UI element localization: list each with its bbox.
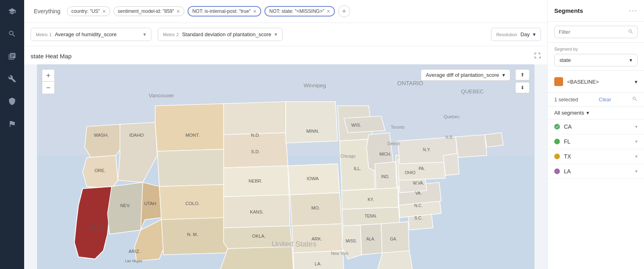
svg-text:VA.: VA.	[415, 191, 422, 195]
map-metric-chevron-icon: ▾	[502, 72, 505, 78]
svg-text:N. M.: N. M.	[187, 232, 198, 237]
svg-text:ORE.: ORE.	[95, 168, 106, 173]
filter-tag-not-state[interactable]: NOT: state: "<MISSING>" ×	[264, 6, 335, 16]
segments-panel: Segments ··· Segment by state ▾ <BASELIN…	[547, 0, 644, 269]
segment-item-ca[interactable]: CA ▾	[548, 119, 644, 134]
filter-tag-country-close[interactable]: ×	[102, 8, 105, 14]
svg-text:MICH.: MICH.	[380, 152, 391, 156]
segment-by-value: state	[559, 57, 571, 63]
segment-by-chevron-icon: ▾	[630, 57, 632, 63]
metric1-value: Average of humidity_score	[55, 31, 140, 37]
segment-by-wrap: Segment by state ▾	[548, 43, 644, 71]
svg-text:ILL.: ILL.	[354, 166, 361, 171]
segment-by-select[interactable]: state ▾	[554, 54, 638, 66]
svg-text:WASH.: WASH.	[94, 133, 109, 138]
metric2-value: Standard deviation of plantation_score	[182, 31, 271, 37]
metric2-select[interactable]: Metric 2 Standard deviation of plantatio…	[158, 28, 283, 41]
baseline-name: <BASELINE>	[567, 79, 599, 85]
arrow-controls: ⬆ ⬇	[515, 69, 530, 93]
svg-text:OHIO: OHIO	[405, 170, 415, 175]
filter-tag-sentiment-text: sentiment_model-id: "859"	[118, 8, 174, 14]
book-icon[interactable]	[5, 49, 19, 64]
map-metric-dropdown[interactable]: Average diff of plantation_score ▾	[421, 69, 510, 81]
svg-text:W.VA.: W.VA.	[413, 181, 424, 185]
segment-chevron-la-icon: ▾	[635, 168, 638, 174]
svg-text:N.Y.: N.Y.	[423, 148, 431, 152]
resolution-select[interactable]: Resolution Day ▾	[491, 28, 541, 41]
filter-tag-not-internal[interactable]: NOT: is-internal-post: "true" ×	[188, 6, 261, 16]
selected-search-icon[interactable]	[632, 96, 638, 103]
segment-dot-la	[554, 168, 560, 174]
segment-item-fl[interactable]: FL ▾	[548, 134, 644, 149]
svg-text:IND.: IND.	[381, 175, 390, 179]
map-title: state Heat Map	[31, 53, 72, 60]
segment-item-la[interactable]: LA ▾	[548, 164, 644, 179]
clear-button[interactable]: Clear	[599, 97, 611, 103]
svg-text:Las Vegas: Las Vegas	[125, 259, 142, 263]
segments-filter-input[interactable]	[554, 26, 638, 38]
svg-text:WIS.: WIS.	[351, 123, 361, 127]
segment-item-tx[interactable]: TX ▾	[548, 149, 644, 164]
main-content: Everything country: "US" × sentiment_mod…	[24, 0, 547, 269]
zoom-out-button[interactable]: −	[42, 82, 54, 94]
metric2-chevron-icon: ▾	[275, 31, 277, 37]
svg-text:MONT.: MONT.	[186, 133, 200, 138]
svg-text:TENN.: TENN.	[365, 214, 377, 218]
add-filter-button[interactable]: +	[338, 5, 350, 17]
segment-left-fl: FL	[554, 138, 570, 145]
segments-menu-icon[interactable]: ···	[629, 6, 638, 15]
filter-tag-country[interactable]: country: "US" ×	[67, 6, 110, 16]
svg-marker-7	[155, 104, 226, 151]
svg-text:N.B.: N.B.	[446, 135, 454, 140]
segment-chevron-fl-icon: ▾	[635, 139, 638, 144]
svg-marker-8	[157, 149, 226, 187]
svg-marker-42	[456, 135, 487, 158]
resolution-value: Day	[520, 31, 530, 37]
expand-icon[interactable]	[534, 52, 541, 60]
filter-tag-sentiment-close[interactable]: ×	[177, 8, 180, 14]
zoom-in-button[interactable]: +	[42, 70, 54, 82]
filter-tag-sentiment[interactable]: sentiment_model-id: "859" ×	[114, 6, 184, 16]
svg-text:N.D.: N.D.	[251, 133, 260, 138]
svg-text:Vancouver: Vancouver	[149, 92, 174, 99]
segment-dot-tx	[554, 154, 560, 159]
segment-left-la: LA	[554, 168, 571, 175]
flag-icon[interactable]	[5, 117, 19, 131]
baseline-item[interactable]: <BASELINE> ▾	[554, 75, 638, 88]
everything-label[interactable]: Everything	[31, 8, 64, 14]
selected-bar: 1 selected Clear	[548, 93, 644, 107]
svg-text:Winnipeg: Winnipeg	[303, 82, 326, 88]
segments-header: Segments ···	[548, 0, 644, 22]
filter-tag-not-state-close[interactable]: ×	[327, 8, 330, 14]
filter-tag-not-internal-close[interactable]: ×	[253, 8, 256, 14]
all-segments-bar[interactable]: All segments ▾	[548, 107, 644, 119]
arrow-down-button[interactable]: ⬇	[515, 82, 530, 93]
map-metric-label: Average diff of plantation_score	[426, 72, 499, 78]
arrow-up-button[interactable]: ⬆	[515, 69, 530, 80]
segment-dot-ca	[554, 124, 560, 129]
wrench-icon[interactable]	[5, 72, 19, 86]
svg-text:PA.: PA.	[419, 166, 425, 171]
shield-icon[interactable]	[5, 94, 19, 109]
svg-text:United States: United States	[272, 240, 316, 248]
svg-text:New York: New York	[331, 251, 349, 256]
metric2-label: Metric 2	[163, 32, 179, 37]
filter-input-wrap	[548, 22, 644, 43]
metric1-chevron-icon: ▾	[143, 31, 146, 37]
svg-text:KANS.: KANS.	[250, 209, 264, 214]
metric1-select[interactable]: Metric 1 Average of humidity_score ▾	[31, 28, 151, 41]
graduation-cap-icon[interactable]	[5, 4, 19, 18]
search-icon[interactable]	[5, 27, 19, 41]
segment-name-fl: FL	[564, 138, 570, 145]
map-section: state Heat Map + − Average diff of plant…	[24, 46, 547, 269]
svg-text:Quebec: Quebec	[444, 114, 460, 119]
svg-text:Toronto: Toronto	[391, 125, 405, 129]
all-segments-chevron-icon: ▾	[586, 110, 589, 116]
svg-text:LA.: LA.	[315, 261, 322, 266]
segment-dot-fl	[554, 139, 560, 144]
svg-text:IDAHO: IDAHO	[129, 133, 144, 138]
filter-tag-country-text: country: "US"	[71, 8, 100, 14]
svg-marker-2	[85, 124, 122, 157]
svg-marker-43	[485, 133, 503, 147]
svg-text:ARIZ.: ARIZ.	[129, 249, 140, 254]
